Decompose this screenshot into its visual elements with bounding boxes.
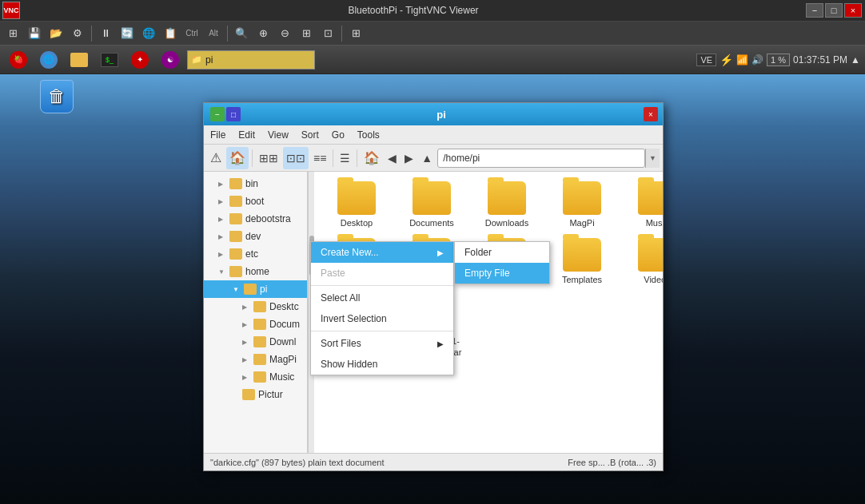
raspberry-icon: 🍓 — [10, 51, 27, 69]
rpi-folder-button[interactable] — [66, 49, 93, 71]
fm-maximize-button[interactable]: □ — [226, 107, 241, 121]
fm-home-btn[interactable]: 🏠 — [361, 147, 383, 169]
rpi-app1-button[interactable]: ✦ — [126, 49, 153, 71]
sidebar-item-pictures[interactable]: Pictur — [204, 386, 307, 403]
vnc-minimize-button[interactable]: − — [806, 3, 823, 18]
file-item-desktop[interactable]: Desktop — [321, 178, 393, 232]
vnc-ctrl-label[interactable]: Ctrl — [182, 24, 201, 43]
ctx-invert-selection[interactable]: Invert Selection — [311, 308, 453, 329]
file-item-documents[interactable]: Documents — [396, 178, 468, 232]
folder-icon — [253, 371, 266, 383]
submenu-folder-label: Folder — [464, 247, 492, 258]
sidebar-item-desktop[interactable]: ▶ Desktc — [204, 298, 307, 315]
fm-minimize-button[interactable]: − — [210, 107, 225, 121]
fm-address-dropdown[interactable]: ▼ — [645, 149, 660, 168]
sidebar-item-bin[interactable]: ▶ bin — [204, 175, 307, 192]
vnc-tb-icon3[interactable]: 📂 — [46, 24, 66, 43]
fm-tb-sep1 — [252, 149, 253, 167]
vnc-options-icon[interactable]: ⊞ — [346, 24, 365, 43]
sidebar-item-etc[interactable]: ▶ etc — [204, 245, 307, 263]
fm-gridview2-btn[interactable]: ⊡⊡ — [283, 147, 309, 169]
fm-back-btn[interactable]: ◀ — [385, 147, 400, 169]
submenu-empty-file[interactable]: Empty File — [455, 263, 549, 284]
sidebar-label: debootstra — [245, 213, 291, 224]
sidebar-label: dev — [245, 231, 261, 242]
vnc-tb-icon7[interactable]: 🌐 — [139, 24, 158, 43]
vnc-zoom-fit-icon[interactable]: ⊞ — [297, 24, 316, 43]
rpi-up-arrow-icon[interactable]: ▲ — [851, 54, 860, 65]
vnc-tb-icon2[interactable]: 💾 — [25, 24, 44, 43]
rpi-menu-button[interactable]: 🍓 — [5, 49, 32, 71]
arrow-icon: ▶ — [218, 181, 226, 188]
fm-up-btn[interactable]: ▲ — [418, 147, 436, 169]
submenu-folder[interactable]: Folder — [455, 242, 549, 263]
vnc-tb-icon6[interactable]: 🔄 — [118, 24, 137, 43]
rpi-terminal-button[interactable]: $_ — [96, 49, 123, 71]
sidebar-item-downloads[interactable]: ▶ Downl — [204, 333, 307, 351]
folder-icon — [229, 213, 242, 224]
vnc-title: BluetoothPi - TightVNC Viewer — [22, 5, 804, 16]
fm-titlebar: − □ pi × — [204, 103, 663, 125]
fm-sidebar: ▶ bin ▶ boot ▶ debootstra — [204, 172, 308, 453]
rpi-browser-button[interactable]: 🌐 — [35, 49, 62, 71]
sidebar-label: Docum — [269, 319, 300, 330]
ctx-select-all[interactable]: Select All — [311, 288, 453, 308]
fm-close-button[interactable]: × — [644, 107, 658, 121]
fm-address-input[interactable]: /home/pi — [437, 149, 645, 168]
rpi-address-bar[interactable]: 📁 pi — [187, 50, 315, 69]
fm-menu-edit[interactable]: Edit — [232, 125, 261, 145]
fm-menu-tools[interactable]: Tools — [351, 125, 386, 145]
sidebar-item-dev[interactable]: ▶ dev — [204, 228, 307, 245]
fm-forward-btn[interactable]: ▶ — [401, 147, 417, 169]
file-item-videos[interactable]: Videos — [621, 235, 663, 288]
ctx-paste[interactable]: Paste — [311, 263, 453, 284]
sidebar-item-debootstra[interactable]: ▶ debootstra — [204, 210, 307, 228]
vnc-close-button[interactable]: × — [844, 3, 862, 18]
ctx-show-hidden[interactable]: Show Hidden — [311, 354, 453, 375]
rpi-ve-badge: VE — [696, 54, 716, 66]
file-label: Templates — [562, 275, 602, 285]
sidebar-item-home[interactable]: ▼ home — [204, 263, 307, 280]
desktop-trash[interactable]: 🗑 — [40, 80, 74, 113]
vnc-tb-icon1[interactable]: ⊞ — [3, 24, 22, 43]
ctx-sort-files[interactable]: Sort Files ▶ — [311, 333, 453, 354]
file-item-downloads[interactable]: Downloads — [471, 178, 543, 232]
file-item-templates[interactable]: Templates — [546, 235, 618, 288]
vnc-tb-icon5[interactable]: ⏸ — [96, 24, 115, 43]
vnc-zoom-reset-icon[interactable]: ⊡ — [318, 24, 337, 43]
arrow-icon: ▶ — [218, 233, 226, 240]
sidebar-item-magpi[interactable]: ▶ MagPi — [204, 351, 307, 368]
folder-icon — [244, 284, 257, 295]
rpi-app2-button[interactable]: ☯ — [157, 49, 184, 71]
trash-icon: 🗑 — [40, 80, 74, 113]
vnc-zoom-in-icon[interactable]: ⊕ — [253, 24, 273, 43]
vnc-alt-label[interactable]: Alt — [204, 24, 223, 43]
ctx-create-new[interactable]: Create New... ▶ — [311, 242, 453, 263]
file-item-magpi[interactable]: MagPi — [546, 178, 618, 232]
fm-listdetail-btn[interactable]: ☰ — [337, 147, 353, 169]
rpi-address-folder-icon: 📁 — [191, 54, 202, 65]
sidebar-item-documents[interactable]: ▶ Docum — [204, 315, 307, 333]
vnc-zoom-out-icon[interactable]: ⊖ — [275, 24, 294, 43]
vnc-search-icon[interactable]: 🔍 — [232, 24, 251, 43]
fm-warning-btn[interactable]: ⚠ — [207, 147, 225, 169]
fm-gridview1-btn[interactable]: ⊞⊞ — [256, 147, 281, 169]
magenta-app-icon: ☯ — [161, 51, 179, 69]
vnc-tb-icon8[interactable]: 📋 — [161, 24, 180, 43]
vnc-maximize-button[interactable]: □ — [825, 3, 843, 18]
fm-toolbar: ⚠ 🏠 ⊞⊞ ⊡⊡ ≡≡ ☰ 🏠 ◀ ▶ ▲ /home/pi ▼ — [204, 145, 663, 172]
sidebar-item-pi[interactable]: ▼ pi — [204, 280, 307, 298]
sidebar-item-boot[interactable]: ▶ boot — [204, 192, 307, 210]
fm-menu-go[interactable]: Go — [325, 125, 351, 145]
fm-menu-sort[interactable]: Sort — [295, 125, 325, 145]
fm-menu-file[interactable]: File — [204, 125, 232, 145]
fm-home-view-btn[interactable]: 🏠 — [226, 147, 249, 169]
ctx-sep2 — [311, 331, 453, 331]
sidebar-item-music[interactable]: ▶ Music — [204, 368, 307, 386]
file-item-music[interactable]: Music — [621, 178, 663, 232]
vnc-tb-icon4[interactable]: ⚙ — [68, 24, 87, 43]
folder-icon — [563, 238, 601, 272]
fm-tb-sep2 — [333, 149, 333, 167]
fm-menu-view[interactable]: View — [261, 125, 295, 145]
fm-listview-btn[interactable]: ≡≡ — [310, 147, 329, 169]
